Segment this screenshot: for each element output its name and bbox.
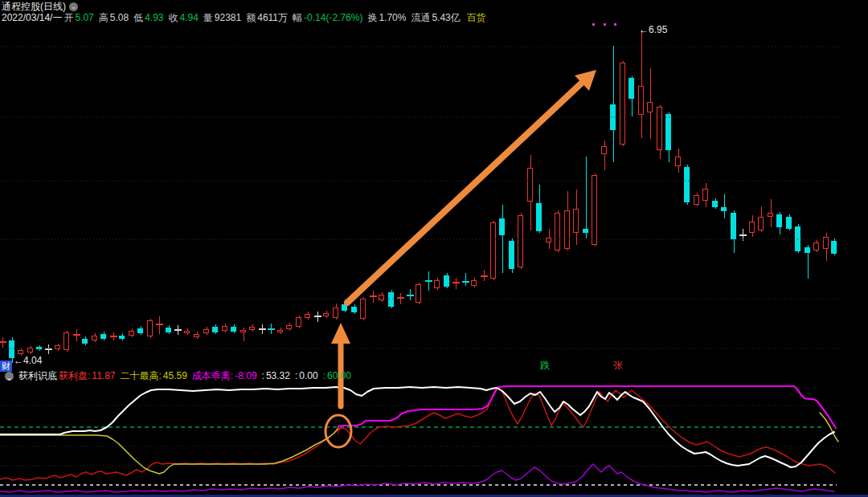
candle-body xyxy=(518,215,523,267)
ohlc-field-value-1: 5.08 xyxy=(110,12,129,23)
candle-body xyxy=(360,299,366,319)
fall-marker: 跌 xyxy=(540,359,550,373)
candle-body xyxy=(184,331,190,333)
candle-body xyxy=(786,217,792,229)
candle-body xyxy=(323,313,329,316)
candle-body xyxy=(194,334,199,337)
candle-wick xyxy=(465,273,466,286)
candle-body xyxy=(92,336,97,340)
indicator-field-label-4: : xyxy=(295,370,297,381)
title-chevron-icon[interactable]: ⌄ xyxy=(69,2,78,11)
candle-body xyxy=(601,146,607,154)
candle-body xyxy=(351,307,357,312)
doji-tick xyxy=(314,316,321,317)
candle-body xyxy=(55,345,60,349)
candle-wick xyxy=(641,30,642,138)
candle-body xyxy=(638,86,644,115)
candle-wick xyxy=(604,141,605,170)
candle-body xyxy=(82,339,88,344)
candle-body xyxy=(702,189,708,201)
candle-body xyxy=(286,325,292,329)
candle-body xyxy=(18,350,23,354)
candle-body xyxy=(509,241,514,269)
ohlc-field-label-3: 收 xyxy=(168,12,178,23)
candle-body xyxy=(444,275,449,287)
candle-wick xyxy=(502,205,503,273)
ohlc-field-label-0: 开 xyxy=(63,12,73,23)
ohlc-field-value-6: -0.14(-2.76%) xyxy=(304,12,362,23)
candle-body xyxy=(657,107,662,150)
ohlc-field-label-6: 幅 xyxy=(293,12,302,23)
doji-tick xyxy=(0,341,6,343)
candle-body xyxy=(546,238,551,242)
candle-body xyxy=(813,242,819,251)
candlestick-chart[interactable] xyxy=(0,0,868,497)
candle-body xyxy=(212,327,218,332)
candle-body xyxy=(665,114,671,150)
candle-wick xyxy=(400,293,401,304)
ohlc-field-value-2: 4.93 xyxy=(145,12,163,23)
low-price-label: ←4.04 xyxy=(14,355,42,366)
candle-body xyxy=(416,284,421,303)
doji-tick xyxy=(397,297,404,299)
candle-body xyxy=(27,348,33,352)
ohlc-field-value-3: 4.94 xyxy=(179,12,198,23)
doji-tick xyxy=(110,336,117,337)
indicator-field-label-3: : xyxy=(262,370,264,381)
ohlc-field-value-0: 5.07 xyxy=(75,12,93,23)
indicator-field-value-3: 53.32 xyxy=(266,370,290,381)
purple-dot xyxy=(604,23,606,26)
candle-body xyxy=(805,247,810,253)
candle-body xyxy=(388,292,394,307)
candle-body xyxy=(222,326,227,331)
candle-body xyxy=(333,308,338,318)
candle-body xyxy=(731,213,736,239)
candle-body xyxy=(249,327,255,330)
indicator-field-value-4: 0.00 xyxy=(299,370,317,381)
candle-body xyxy=(166,328,171,332)
candle-body xyxy=(583,229,588,233)
buy-signal-arrow-icon: ↑ xyxy=(335,423,342,435)
candle-body xyxy=(573,209,579,233)
ohlc-field-label-4: 量 xyxy=(203,12,213,23)
indicator-chevron-icon[interactable]: ⌄ xyxy=(5,372,14,381)
doji-tick xyxy=(739,234,747,236)
doji-tick xyxy=(481,275,488,277)
doji-tick xyxy=(73,334,80,336)
candle-body xyxy=(694,195,699,205)
doji-tick xyxy=(268,328,275,330)
ohlc-field-label-7: 换 xyxy=(367,12,377,23)
ohlc-row: 2022/03/14/一 开5.07高5.08低4.93收4.94量92381额… xyxy=(2,13,493,23)
candle-body xyxy=(296,317,301,327)
trading-app-window: 通程控股(日线) ⌄ 2022/03/14/一 开5.07高5.08低4.93收… xyxy=(0,0,868,497)
candle-body xyxy=(434,280,440,288)
candle-body xyxy=(675,157,681,166)
candle-body xyxy=(63,332,69,350)
candle-body xyxy=(555,213,560,251)
ohlc-field-value-4: 92381 xyxy=(215,12,241,23)
indicator-field-value-2: -8.09 xyxy=(235,370,256,381)
indicator-field-label-0: 获利盘: xyxy=(59,370,90,381)
candle-body xyxy=(379,295,384,300)
candle-body xyxy=(628,78,634,99)
candle-wick xyxy=(159,316,160,334)
ohlc-field-label-5: 额 xyxy=(246,12,256,23)
candle-body xyxy=(620,63,625,145)
rise-marker: 张 xyxy=(613,359,623,373)
candle-body xyxy=(342,304,347,311)
candle-body xyxy=(137,328,143,333)
candle-body xyxy=(536,203,542,231)
candle-wick xyxy=(456,278,457,289)
candle-body xyxy=(749,222,755,233)
candle-body xyxy=(823,237,829,249)
doji-tick xyxy=(156,324,163,325)
purple-dot xyxy=(592,23,595,26)
indicator-name[interactable]: 获利识底 xyxy=(18,370,57,381)
ohlc-field-value-9: 百货 xyxy=(467,12,486,23)
candle-body xyxy=(499,218,505,235)
stock-title: 通程控股(日线) xyxy=(2,1,66,12)
ohlc-field-value-5: 4611万 xyxy=(257,12,288,23)
doji-tick xyxy=(462,281,469,283)
indicator-fields: 获利盘:11.87二十最高:45.59成本乖离:-8.09:53.32:0.00… xyxy=(59,370,356,381)
candle-body xyxy=(795,226,800,251)
